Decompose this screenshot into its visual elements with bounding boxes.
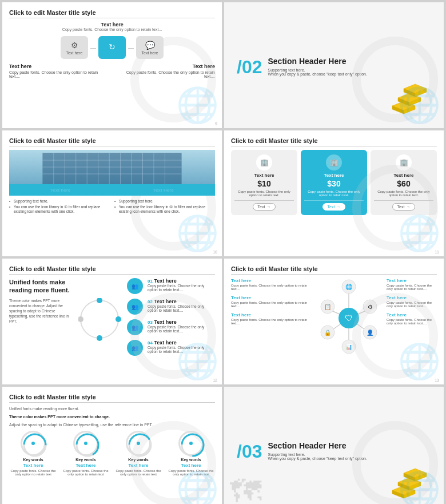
card2-price: $30 <box>304 179 364 188</box>
slide1-steps: ⚙ Text here — ↻ — 💬 Text here <box>9 36 215 59</box>
tl-title-1: 01 Text here <box>148 278 215 284</box>
slide-1: Click to edit Master title style Text he… <box>2 2 222 128</box>
hub1-body: Copy paste fonts. Choose the only option… <box>231 284 311 291</box>
page-number: 10 <box>213 250 217 254</box>
slide-7: Click to edit Master title style Unified… <box>2 387 222 504</box>
card3-btn[interactable]: Text → <box>392 203 416 211</box>
bottom-item-1: Text here Copy paste fonts. Choose the o… <box>9 64 102 78</box>
hub-diagram: 🌐 ⚙ 👤 📋 🔒 📊 🛡 <box>314 278 383 358</box>
card3-desc: Copy paste fonts. Choose the only option… <box>374 190 433 197</box>
photo-label-1: Text here <box>50 188 70 193</box>
slide6-left: Text here Copy paste fonts. Choose the o… <box>231 278 311 358</box>
tl-icon-3: 👥 <box>127 319 143 335</box>
section-supporting: Supporting text here. <box>268 453 367 457</box>
page-number: 12 <box>213 378 217 382</box>
card1-btn[interactable]: Text → <box>253 203 276 211</box>
bullet-2: You can use the icon library in ① to fil… <box>9 205 110 213</box>
svg-point-27 <box>116 316 121 322</box>
kw3-desc: Copy paste fonts. Choose the only option… <box>114 469 162 476</box>
map-watermark: 🗺 <box>230 473 261 504</box>
hub-item-1: Text here Copy paste fonts. Choose the o… <box>231 278 311 291</box>
svg-text:🛡: 🛡 <box>345 313 353 323</box>
tl-title-3: 03 Text here <box>148 319 215 325</box>
keyword-2: Key words Text here Copy paste fonts. Ch… <box>62 431 110 476</box>
slide1-center-label: Text here <box>9 22 215 27</box>
globe-watermark: 🌐 <box>176 213 219 253</box>
slide1-title: Click to edit Master title style <box>9 9 215 18</box>
tl-text-2: 02 Text here Copy paste fonts. Choose th… <box>148 299 215 312</box>
gear-icon: ⚙ <box>71 41 78 50</box>
r-hub3-body: Copy paste fonts. Choose the only option… <box>387 318 437 325</box>
slide-6: Click to edit Master title style Text he… <box>224 259 444 384</box>
hub1-title: Text here <box>231 278 311 283</box>
price-card-2: 🏢 Text here $30 Copy paste fonts. Choose… <box>301 150 367 215</box>
box-stack-icon <box>387 462 432 504</box>
svg-text:🔒: 🔒 <box>324 329 332 336</box>
slide5-title: Click to edit Master title style <box>9 265 215 275</box>
bottom1-desc: Copy paste fonts. Choose the only option… <box>9 70 102 78</box>
section-text: Section Header Here Supporting text here… <box>268 441 367 461</box>
tl-icon-1: 👥 <box>127 278 143 294</box>
slide6-title: Click to edit Master title style <box>231 265 437 275</box>
kw1-desc: Copy paste fonts. Choose the only option… <box>9 469 57 476</box>
slide1-center-sub: Copy paste fonts. Choose the only option… <box>9 27 215 31</box>
tl-title-2: 02 Text here <box>148 299 215 304</box>
slide5-left: Unified fonts make reading more fluent. … <box>9 278 72 360</box>
svg-text:👤: 👤 <box>367 329 374 336</box>
col-left: Supporting text here. You can use the ic… <box>9 199 110 215</box>
section-number: /03 <box>237 441 262 462</box>
hub-item-2: Text here Copy paste fonts. Choose the o… <box>231 295 311 308</box>
two-col: Supporting text here. You can use the ic… <box>9 199 215 215</box>
slide7-title: Click to edit Master title style <box>9 394 215 403</box>
tl-body-4: Copy paste fonts. Choose the only option… <box>148 346 215 354</box>
keyword-4: Key words Text here Copy paste fonts. Ch… <box>167 431 215 476</box>
card3-price: $60 <box>374 179 433 188</box>
step-3: 💬 Text here <box>136 36 164 59</box>
r-hub1-title: Text here <box>387 278 437 283</box>
photo-area: Text here Text Here <box>9 150 215 196</box>
pricing-row: 🏢 Text here $10 Copy paste fonts. Choose… <box>231 150 437 215</box>
card1-label: Text here <box>234 173 294 178</box>
card2-label: Text here <box>304 173 364 178</box>
slide-8: /03 Section Header Here Supporting text … <box>224 387 444 504</box>
hub2-body: Copy paste fonts. Choose the only option… <box>231 301 311 308</box>
photo-label-2: Text Here <box>153 188 174 193</box>
r-hub-item-3: Text here Copy paste fonts. Choose the o… <box>387 312 437 325</box>
kw4-sub: Text here <box>167 463 215 468</box>
kw2-desc: Copy paste fonts. Choose the only option… <box>62 469 110 476</box>
slide5-body: Theme color makes PPT more convenient to… <box>9 298 72 324</box>
slide1-center: Text here Copy paste fonts. Choose the o… <box>9 22 215 31</box>
card2-btn[interactable]: Text → <box>322 203 346 211</box>
price-card-3: 🏢 Text here $60 Copy paste fonts. Choose… <box>371 150 437 215</box>
svg-point-26 <box>97 298 102 303</box>
card1-icon: 🏢 <box>256 154 272 170</box>
bottom2-desc: Copy paste fonts. Choose the only option… <box>122 70 215 78</box>
card1-desc: Copy paste fonts. Choose the only option… <box>234 190 294 197</box>
slide7-body2: Theme color makes PPT more convenient to… <box>9 414 215 420</box>
r-hub1-body: Copy paste fonts. Choose the only option… <box>387 284 437 291</box>
tl-text-4: 04 Text here Copy paste fonts. Choose th… <box>148 340 215 354</box>
tl-body-2: Copy paste fonts. Choose the only option… <box>148 304 215 312</box>
svg-text:📋: 📋 <box>324 303 332 311</box>
arrow-icon-2: — <box>128 45 134 51</box>
slide6-main: Text here Copy paste fonts. Choose the o… <box>231 278 437 358</box>
svg-text:🌐: 🌐 <box>345 283 353 291</box>
photo-labels: Text here Text Here <box>9 184 215 196</box>
refresh-icon: ↻ <box>109 42 116 51</box>
section-header: Section Header Here <box>268 441 367 450</box>
step1-label: Text here <box>66 51 83 55</box>
step-1: ⚙ Text here <box>61 36 88 59</box>
bottom2-title: Text here <box>122 64 215 69</box>
arrow-icon: → <box>406 205 410 209</box>
section-sub: When you copy & paste, choose "keep text… <box>268 457 367 461</box>
svg-point-25 <box>81 300 118 338</box>
kw-circle-3 <box>126 431 151 456</box>
arrow-icon: → <box>336 205 340 209</box>
hub3-title: Text here <box>231 312 311 318</box>
slide4-title: Click to edit Master title style <box>231 137 437 146</box>
section-sub: When you copy & paste, choose "keep text… <box>268 72 367 76</box>
svg-point-28 <box>97 335 102 341</box>
timeline-1: 👥 01 Text here Copy paste fonts. Choose … <box>127 278 215 294</box>
hub-item-3: Text here Copy paste fonts. Choose the o… <box>231 312 311 325</box>
kw1-label: Key words <box>9 458 57 462</box>
